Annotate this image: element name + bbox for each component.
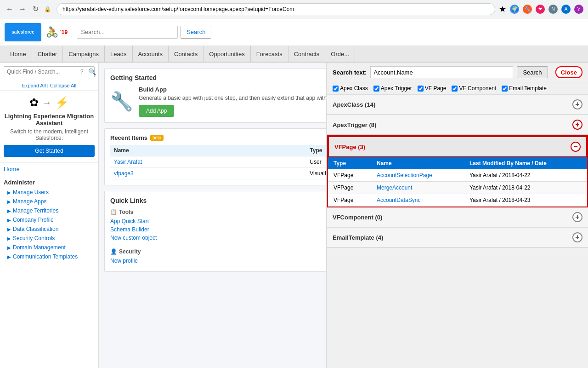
vf-component-checkbox[interactable]	[452, 86, 458, 92]
reload-button[interactable]: ↻	[30, 4, 40, 14]
apex-trigger-checkbox[interactable]	[373, 86, 379, 92]
nav-item-campaigns[interactable]: Campaigns	[63, 46, 105, 62]
arrow-icon: ▶	[7, 190, 11, 195]
vf-page-header[interactable]: VFPage (3) −	[328, 136, 587, 157]
nav-item-accounts[interactable]: Accounts	[133, 46, 169, 62]
data-classification-link[interactable]: Data Classification	[13, 226, 58, 232]
arrow-icon: ▶	[7, 254, 11, 259]
vf-component-section: VFComponent (0) +	[327, 207, 588, 228]
apex-trigger-toggle[interactable]: +	[572, 120, 582, 130]
vf-page-link[interactable]: AccountDataSync	[377, 197, 420, 203]
vf-component-header[interactable]: VFComponent (0) +	[327, 207, 588, 227]
email-template-header[interactable]: EmailTemplate (4) +	[327, 228, 588, 247]
help-icon: ?	[79, 68, 85, 76]
apex-trigger-label: Apex Trigger	[381, 85, 412, 92]
manage-territories-link[interactable]: Manage Territories	[13, 207, 58, 214]
type-column-header: Type	[328, 157, 371, 169]
communication-templates-link[interactable]: Communication Templates	[13, 253, 78, 260]
search-overlay: Search text: Search Close Apex Class Ape…	[326, 63, 588, 368]
get-started-button[interactable]: Get Started	[4, 145, 95, 157]
nav-item-forecasts[interactable]: Forecasts	[251, 46, 288, 62]
user-avatar-area: 🚴 '19	[46, 26, 68, 38]
search-filters: Apex Class Apex Trigger VF Page VF Compo…	[327, 82, 588, 95]
search-icon[interactable]: 🔍	[85, 67, 99, 76]
sidebar-item-domain-management[interactable]: ▶ Domain Management	[4, 243, 95, 252]
sidebar-item-manage-users[interactable]: ▶ Manage Users	[4, 188, 95, 197]
tools-label: 📋 Tools	[110, 209, 341, 215]
nav-item-leads[interactable]: Leads	[105, 46, 132, 62]
administer-section-title: Administer	[4, 179, 95, 186]
schema-builder-link[interactable]: Schema Builder	[110, 226, 341, 233]
apex-trigger-title: ApexTrigger (8)	[333, 121, 376, 128]
browser-icons: ★ 🌍 🔧 ❤ N A Y	[499, 4, 583, 14]
arrow-icon: ▶	[7, 236, 11, 241]
manage-users-link[interactable]: Manage Users	[13, 189, 49, 196]
nav-item-contracts[interactable]: Contracts	[288, 46, 326, 62]
vf-page-link[interactable]: AccountSelectionPage	[377, 172, 432, 178]
arrow-icon: ▶	[7, 227, 11, 232]
migration-icons: ✿ → ⚡	[4, 96, 95, 109]
filter-vf-page: VF Page	[418, 85, 447, 92]
sf-header: salesforce 🚴 '19 Search	[0, 18, 588, 46]
sf-search-button[interactable]: Search	[181, 26, 211, 39]
recent-item-link[interactable]: Yasir Arafat	[114, 159, 142, 165]
sidebar-home-link[interactable]: Home	[0, 163, 98, 175]
app-quick-start-link[interactable]: App Quick Start	[110, 218, 341, 224]
filter-apex-class: Apex Class	[333, 85, 368, 92]
sidebar-item-communication-templates[interactable]: ▶ Communication Templates	[4, 252, 95, 261]
arrow-icon: ▶	[7, 199, 11, 204]
nav-item-orders[interactable]: Orde...	[325, 46, 355, 62]
apex-class-checkbox[interactable]	[333, 86, 339, 92]
vf-page-title: VFPage (3)	[334, 144, 365, 150]
sidebar-item-security-controls[interactable]: ▶ Security Controls	[4, 234, 95, 243]
vf-page-label: VF Page	[425, 85, 447, 92]
address-bar[interactable]	[57, 3, 495, 15]
search-overlay-header: Search text: Search Close	[327, 63, 588, 82]
close-button[interactable]: Close	[555, 66, 582, 78]
top-nav: Home Chatter Campaigns Leads Accounts Co…	[0, 46, 588, 63]
row-modified: Yasir Arafat / 2018-04-23	[464, 194, 587, 207]
new-custom-object-link[interactable]: New custom object	[110, 235, 341, 241]
sidebar-item-manage-territories[interactable]: ▶ Manage Territories	[4, 206, 95, 215]
browser-nav: ← → ↻	[5, 4, 40, 14]
apex-trigger-header[interactable]: ApexTrigger (8) +	[327, 115, 588, 135]
arrow-icon: ▶	[7, 245, 11, 250]
recent-item-link[interactable]: vfpage3	[114, 170, 134, 177]
search-execute-button[interactable]: Search	[517, 66, 548, 78]
nav-item-contacts[interactable]: Contacts	[169, 46, 204, 62]
search-text-label: Search text:	[333, 69, 367, 76]
vf-component-toggle[interactable]: +	[572, 212, 582, 222]
main-layout: ? 🔍 Expand All | Collapse All ✿ → ⚡ Ligh…	[0, 63, 588, 368]
email-template-checkbox[interactable]	[502, 86, 508, 92]
nav-item-home[interactable]: Home	[5, 46, 32, 62]
collapse-all-link[interactable]: Collapse All	[50, 83, 76, 88]
apex-class-header[interactable]: ApexClass (14) +	[327, 95, 588, 115]
security-controls-link[interactable]: Security Controls	[13, 235, 55, 242]
sidebar-search-input[interactable]	[4, 67, 79, 77]
vf-page-checkbox[interactable]	[418, 86, 424, 92]
search-text-input[interactable]	[370, 66, 513, 78]
add-app-button[interactable]: Add App	[139, 105, 174, 117]
domain-management-link[interactable]: Domain Management	[13, 244, 66, 251]
expand-all-link[interactable]: Expand All	[22, 83, 46, 88]
sf-search-input[interactable]	[77, 26, 178, 39]
vf-page-link[interactable]: MergeAccount	[377, 184, 412, 191]
nav-item-chatter[interactable]: Chatter	[32, 46, 63, 62]
nav-item-opportunities[interactable]: Opportunities	[204, 46, 250, 62]
vf-page-toggle[interactable]: −	[571, 142, 581, 152]
forward-button[interactable]: →	[17, 4, 28, 14]
company-profile-link[interactable]: Company Profile	[13, 217, 54, 223]
recent-name-header: Name	[110, 145, 306, 156]
tool-icon: 🔧	[110, 91, 133, 112]
sidebar-item-company-profile[interactable]: ▶ Company Profile	[4, 215, 95, 224]
new-profile-link[interactable]: New profile	[110, 258, 341, 264]
apex-class-label: Apex Class	[340, 85, 368, 92]
email-template-toggle[interactable]: +	[572, 232, 582, 242]
back-button[interactable]: ←	[5, 4, 15, 14]
salesforce-logo[interactable]: salesforce	[5, 23, 41, 41]
sidebar-item-data-classification[interactable]: ▶ Data Classification	[4, 224, 95, 234]
manage-apps-link[interactable]: Manage Apps	[13, 198, 46, 205]
apex-class-toggle[interactable]: +	[572, 99, 582, 109]
email-template-label: Email Template	[509, 85, 547, 92]
sidebar-item-manage-apps[interactable]: ▶ Manage Apps	[4, 197, 95, 206]
